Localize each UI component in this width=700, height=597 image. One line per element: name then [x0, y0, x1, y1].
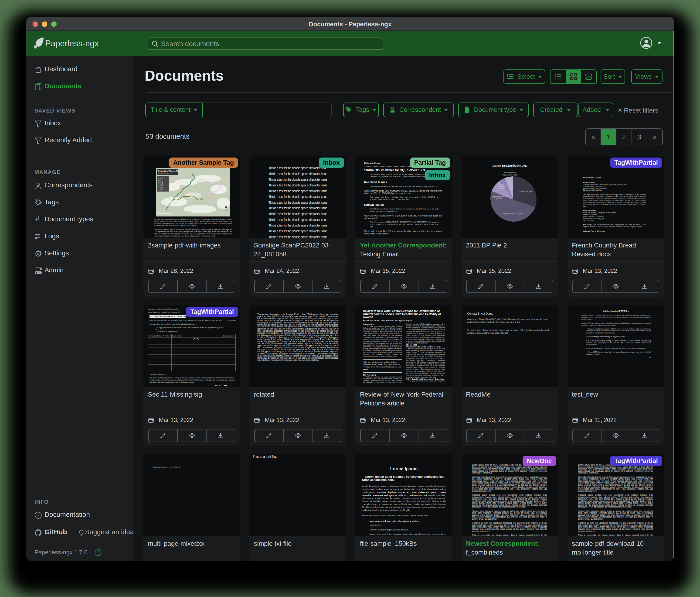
- svg-text:Stage 2: Stage 2: [499, 183, 504, 185]
- svg-text:N: N: [225, 209, 227, 212]
- svg-text:Hypertension,: Hypertension,: [497, 185, 506, 187]
- svg-text:Contact Hours: Contact Hours: [223, 335, 233, 337]
- svg-text:?: ?: [37, 513, 39, 518]
- svg-text:44, 9%: 44, 9%: [499, 187, 504, 189]
- svg-text:6+ days in BWCA: 6+ days in BWCA: [158, 173, 171, 174]
- svg-text:Day2: Day2: [159, 181, 163, 183]
- svg-text:Day3: Day3: [159, 183, 163, 185]
- svg-text:Hypertension, 31, 6%: Hypertension, 31, 6%: [502, 174, 518, 176]
- svg-text:Google Earth: Google Earth: [157, 212, 171, 215]
- svg-text:Normal, 158, 30%: Normal, 158, 30%: [519, 191, 532, 192]
- svg-text:Stage 1 Hypertension,: Stage 1 Hypertension,: [491, 196, 507, 198]
- svg-text:i: i: [98, 550, 99, 555]
- svg-text:Day6: Day6: [159, 189, 163, 191]
- svg-text:Legend: Legend: [158, 177, 163, 179]
- svg-text:Provider #: Provider #: [163, 335, 171, 337]
- svg-text:© 2022 Google: © 2022 Google: [157, 210, 165, 212]
- svg-text:Course Name: Course Name: [172, 335, 182, 337]
- svg-text:Completion Date: Completion Date: [148, 335, 161, 337]
- svg-text:Day1: Day1: [159, 180, 163, 181]
- svg-text:65, 13%: 65, 13%: [496, 198, 502, 199]
- svg-text:N\A: N\A: [193, 337, 199, 341]
- svg-text:Day4: Day4: [159, 185, 163, 187]
- svg-text:Isolated Systolic: Isolated Systolic: [504, 172, 516, 174]
- svg-text:Day5: Day5: [159, 187, 163, 189]
- svg-text:Pre-hypertension , 212, 42%: Pre-hypertension , 212, 42%: [503, 213, 523, 215]
- svg-text:Patient BP Distribution 2011: Patient BP Distribution 2011: [492, 164, 527, 167]
- svg-text:Boundary Waters Trip: Boundary Waters Trip: [158, 170, 180, 172]
